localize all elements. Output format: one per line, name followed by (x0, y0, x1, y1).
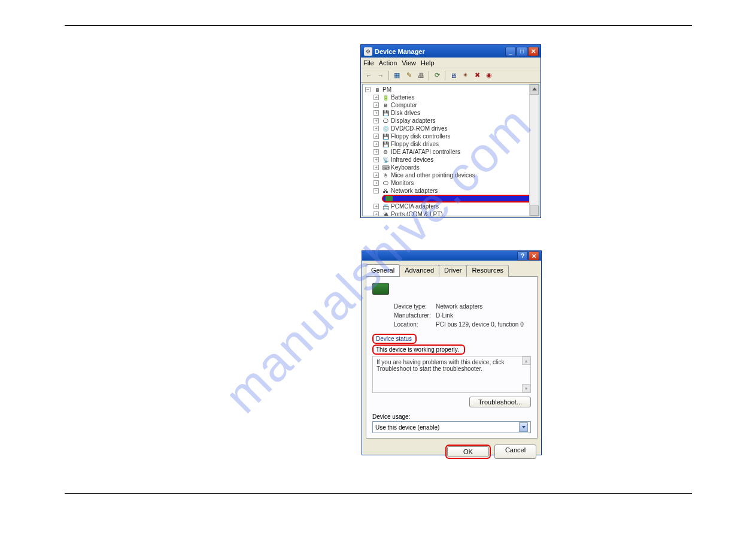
general-tab-panel: Device type: Network adapters Manufactur… (366, 276, 538, 439)
title-buttons: _ □ ✕ (505, 47, 539, 56)
tree-category-dvd[interactable]: +💿DVD/CD-ROM drives (363, 125, 539, 132)
cancel-button[interactable]: Cancel (494, 445, 536, 459)
expand-icon[interactable]: + (374, 211, 379, 216)
tab-driver[interactable]: Driver (439, 265, 467, 277)
device-tree-area: − 🖥 PM +🔋Batteries +🖥Computer +💾Disk dri… (362, 84, 539, 216)
tree-category-infrared[interactable]: +📡Infrared devices (363, 156, 539, 164)
info-location: Location: PCI bus 129, device 0, functio… (372, 321, 531, 328)
device-usage-select[interactable]: Use this device (enable) (372, 421, 531, 433)
menu-action[interactable]: Action (379, 59, 397, 67)
tree-category-ports[interactable]: +🔌Ports (COM & LPT) (363, 210, 539, 216)
forward-icon[interactable]: → (375, 70, 386, 81)
tree-category-ide[interactable]: +⚙IDE ATA/ATAPI controllers (363, 148, 539, 156)
collapse-icon[interactable]: − (365, 87, 371, 92)
tree-category-pcmcia[interactable]: +📇PCMCIA adapters (363, 202, 539, 210)
dialog-body: General Advanced Driver Resources Device… (362, 261, 541, 441)
toolbar-separator-3 (445, 71, 445, 80)
refresh-icon[interactable]: ⟳ (432, 70, 442, 81)
expand-icon[interactable]: + (374, 126, 379, 131)
scan-hardware-icon[interactable]: 🖥 (448, 70, 459, 81)
tree-scrollbar[interactable] (529, 84, 539, 216)
status-scrollbar[interactable]: ▲ ▼ (522, 356, 530, 392)
scroll-down-icon[interactable] (532, 210, 537, 213)
print-icon[interactable]: 🖶 (415, 70, 426, 81)
dm-menubar: File Action View Help (361, 58, 541, 68)
page-frame: manualshive.com ⚙ Device Manager _ □ ✕ F… (65, 25, 692, 494)
expand-icon[interactable]: + (374, 157, 379, 162)
maximize-button[interactable]: □ (517, 47, 527, 56)
properties-icon[interactable]: ✎ (403, 70, 414, 81)
floppy-icon: 💾 (381, 133, 390, 140)
disable-device-icon[interactable]: ◉ (484, 70, 494, 81)
ok-highlight: OK (445, 445, 491, 459)
root-label: PM (382, 86, 391, 93)
expand-icon[interactable]: + (374, 165, 379, 170)
props-title-buttons: ? ✕ (517, 251, 539, 261)
device-usage-label: Device usage: (372, 413, 531, 420)
tab-general[interactable]: General (366, 264, 400, 276)
tree-category-batteries[interactable]: +🔋Batteries (363, 93, 539, 101)
tree-category-display[interactable]: +🖵Display adapters (363, 117, 539, 125)
close-button[interactable]: ✕ (528, 47, 539, 56)
chevron-down-icon (522, 426, 526, 428)
tree-category-disk-drives[interactable]: +💾Disk drives (363, 109, 539, 117)
troubleshoot-button[interactable]: Troubleshoot... (469, 397, 531, 407)
keyboard-icon: ⌨ (381, 164, 390, 171)
dm-toolbar: ← → ▦ ✎ 🖶 ⟳ 🖥 ✴ ✖ ◉ (361, 68, 541, 83)
manufacturer-label: Manufacturer: (394, 312, 436, 319)
dropdown-button-icon[interactable] (519, 422, 528, 432)
expand-icon[interactable]: + (374, 118, 379, 123)
tree-category-floppy-drives[interactable]: +💾Floppy disk drives (363, 140, 539, 148)
network-icon: 🖧 (381, 188, 390, 195)
scroll-up-icon[interactable] (532, 87, 537, 90)
scroll-up-icon[interactable]: ▲ (522, 356, 530, 365)
status-text-box: If you are having problems with this dev… (372, 356, 531, 393)
close-button[interactable]: ✕ (529, 251, 539, 261)
tree-view-icon[interactable]: ▦ (391, 70, 402, 81)
adapter-icon (385, 196, 393, 201)
menu-help[interactable]: Help (421, 59, 435, 67)
collapse-icon[interactable]: − (374, 188, 379, 194)
device-status-group: Device status This device is working pro… (372, 334, 531, 407)
mouse-icon: 🖱 (381, 172, 390, 179)
scroll-down-icon[interactable]: ▼ (522, 384, 530, 392)
status-legend: Device status (376, 335, 412, 342)
expand-icon[interactable]: + (374, 204, 379, 209)
tab-resources[interactable]: Resources (466, 265, 509, 277)
tab-advanced[interactable]: Advanced (399, 265, 439, 277)
expand-icon[interactable]: + (374, 149, 379, 155)
expand-icon[interactable]: + (374, 134, 379, 139)
toolbar-separator-2 (429, 71, 429, 80)
ok-button[interactable]: OK (447, 446, 489, 457)
info-manufacturer: Manufacturer: D-Link (372, 312, 531, 319)
tree-category-computer[interactable]: +🖥Computer (363, 101, 539, 109)
update-driver-icon[interactable]: ✴ (460, 70, 470, 81)
menu-view[interactable]: View (402, 59, 416, 67)
toolbar-separator (388, 71, 389, 80)
enable-device-icon[interactable]: ✖ (472, 70, 482, 81)
minimize-button[interactable]: _ (505, 47, 516, 56)
help-button[interactable]: ? (517, 251, 528, 261)
expand-icon[interactable]: + (374, 102, 379, 108)
tree-category-keyboards[interactable]: +⌨Keyboards (363, 164, 539, 171)
tree-category-mice[interactable]: +🖱Mice and other pointing devices (363, 171, 539, 179)
dm-titlebar[interactable]: ⚙ Device Manager _ □ ✕ (361, 45, 541, 58)
props-titlebar[interactable]: ? ✕ (362, 251, 541, 261)
selected-network-adapter[interactable] (382, 195, 539, 202)
expand-icon[interactable]: + (374, 95, 379, 100)
status-help-text: If you are having problems with this dev… (377, 359, 504, 372)
tree-category-network[interactable]: −🖧Network adapters (363, 187, 539, 195)
ports-icon: 🔌 (381, 211, 390, 217)
adapter-icon-large (372, 283, 389, 295)
troubleshoot-row: Troubleshoot... (372, 397, 531, 407)
back-icon[interactable]: ← (363, 70, 374, 81)
tree-category-floppy-ctrl[interactable]: +💾Floppy disk controllers (363, 132, 539, 140)
expand-icon[interactable]: + (374, 141, 379, 147)
expand-icon[interactable]: + (374, 110, 379, 116)
expand-icon[interactable]: + (374, 180, 379, 186)
status-legend-highlight: Device status (372, 334, 417, 344)
tree-category-monitors[interactable]: +🖵Monitors (363, 179, 539, 187)
expand-icon[interactable]: + (374, 173, 379, 178)
menu-file[interactable]: File (363, 59, 374, 67)
tree-root[interactable]: − 🖥 PM (363, 86, 539, 93)
